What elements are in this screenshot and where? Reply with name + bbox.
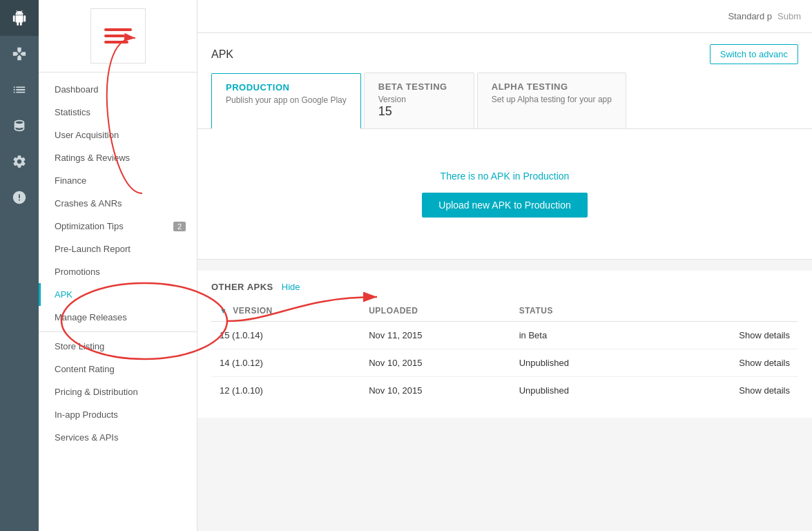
apk-tabs: PRODUCTION Publish your app on Google Pl… (211, 73, 798, 128)
apk-table-header: ▼ VERSION UPLOADED STATUS (211, 300, 798, 322)
tab-beta[interactable]: BETA TESTING Version 15 (364, 73, 474, 128)
tab-alpha-title: ALPHA TESTING (492, 81, 612, 92)
sidebar-item-user-acquisition[interactable]: User Acquisition (39, 124, 197, 146)
standard-text: Standard p (728, 11, 772, 21)
nav-games[interactable] (0, 36, 39, 72)
sidebar-divider (39, 331, 197, 332)
apk-table-body: 15 (1.0.14) Nov 11, 2015 in Beta Show de… (211, 322, 798, 405)
tab-production-subtitle: Publish your app on Google Play (226, 95, 347, 105)
row1-version: 15 (1.0.14) (211, 322, 360, 349)
row3-show-details[interactable]: Show details (653, 377, 798, 405)
apk-header: APK Switch to advanc PRODUCTION Publish … (197, 33, 812, 129)
main-area: Standard p Subm APK Switch to advanc PRO… (197, 0, 812, 531)
tab-production-title: PRODUCTION (226, 82, 347, 93)
table-row: 15 (1.0.14) Nov 11, 2015 in Beta Show de… (211, 322, 798, 349)
sidebar-item-inapp[interactable]: In-app Products (39, 403, 197, 426)
sidebar-item-optimization[interactable]: Optimization Tips 2 (39, 215, 197, 238)
tab-production[interactable]: PRODUCTION Publish your app on Google Pl… (211, 73, 361, 129)
sidebar-item-services[interactable]: Services & APIs (39, 426, 197, 449)
other-apks-title: OTHER APKS (211, 282, 273, 292)
no-apk-message: There is no APK in Production (211, 171, 798, 182)
apk-title: APK (211, 48, 233, 61)
main-content: APK Switch to advanc PRODUCTION Publish … (197, 33, 812, 432)
tab-alpha-subtitle: Set up Alpha testing for your app (492, 95, 612, 104)
hide-link[interactable]: Hide (282, 282, 300, 292)
sidebar-item-prelaunch[interactable]: Pre-Launch Report (39, 238, 197, 260)
row2-version: 14 (1.0.12) (211, 349, 360, 377)
other-apks-section: OTHER APKS Hide ▼ VERSION UPLOADED (197, 271, 812, 418)
production-empty-area: There is no APK in Production Upload new… (197, 129, 812, 260)
nav-database[interactable] (0, 108, 39, 144)
app-logo (104, 28, 132, 44)
row2-show-details[interactable]: Show details (653, 349, 798, 377)
sidebar-nav: Dashboard Statistics User Acquisition Ra… (39, 73, 197, 531)
row2-uploaded: Nov 10, 2015 (360, 349, 510, 377)
other-apks-header: OTHER APKS Hide (211, 271, 798, 300)
sidebar-item-ratings[interactable]: Ratings & Reviews (39, 146, 197, 169)
nav-list[interactable] (0, 72, 39, 108)
sidebar-item-content-rating[interactable]: Content Rating (39, 358, 197, 380)
switch-advanced-button[interactable]: Switch to advanc (710, 44, 798, 64)
row2-status: Unpublished (511, 349, 654, 377)
tab-beta-version: 15 (378, 104, 460, 119)
sidebar-item-pricing[interactable]: Pricing & Distribution (39, 380, 197, 403)
row1-show-details[interactable]: Show details (653, 322, 798, 349)
content-wrapper: Dashboard Statistics User Acquisition Ra… (39, 0, 812, 531)
sidebar: Dashboard Statistics User Acquisition Ra… (39, 0, 197, 531)
sub-text: Subm (777, 11, 801, 21)
col-uploaded: UPLOADED (360, 300, 510, 322)
table-row: 12 (1.0.10) Nov 10, 2015 Unpublished Sho… (211, 377, 798, 405)
top-bar: Standard p Subm (197, 0, 812, 33)
sidebar-item-apk[interactable]: APK (39, 283, 197, 306)
sidebar-item-manage-releases[interactable]: Manage Releases (39, 306, 197, 329)
icon-rail (0, 0, 39, 531)
row1-uploaded: Nov 11, 2015 (360, 322, 510, 349)
nav-android[interactable] (0, 0, 39, 36)
sidebar-item-crashes[interactable]: Crashes & ANRs (39, 192, 197, 215)
optimization-badge: 2 (173, 222, 186, 231)
tab-alpha[interactable]: ALPHA TESTING Set up Alpha testing for y… (477, 73, 626, 128)
app-icon (90, 8, 146, 64)
upload-apk-button[interactable]: Upload new APK to Production (422, 193, 587, 218)
tab-beta-title: BETA TESTING (378, 81, 460, 92)
sidebar-item-dashboard[interactable]: Dashboard (39, 78, 197, 101)
sidebar-item-finance[interactable]: Finance (39, 169, 197, 192)
row3-status: Unpublished (511, 377, 654, 405)
sidebar-app-header (39, 0, 197, 73)
sort-arrow-icon: ▼ (220, 307, 227, 315)
sidebar-item-promotions[interactable]: Promotions (39, 260, 197, 283)
sidebar-item-statistics[interactable]: Statistics (39, 101, 197, 124)
apk-title-row: APK Switch to advanc (211, 44, 798, 64)
col-action (653, 300, 798, 322)
row3-version: 12 (1.0.10) (211, 377, 360, 405)
row1-status: in Beta (511, 322, 654, 349)
table-row: 14 (1.0.12) Nov 10, 2015 Unpublished Sho… (211, 349, 798, 377)
tab-beta-subtitle: Version (378, 95, 460, 104)
sidebar-item-store-listing[interactable]: Store Listing (39, 335, 197, 358)
nav-alert[interactable] (0, 180, 39, 215)
row3-uploaded: Nov 10, 2015 (360, 377, 510, 405)
nav-settings[interactable] (0, 144, 39, 180)
col-version: ▼ VERSION (211, 300, 360, 322)
col-status: STATUS (511, 300, 654, 322)
apk-table: ▼ VERSION UPLOADED STATUS (211, 300, 798, 404)
